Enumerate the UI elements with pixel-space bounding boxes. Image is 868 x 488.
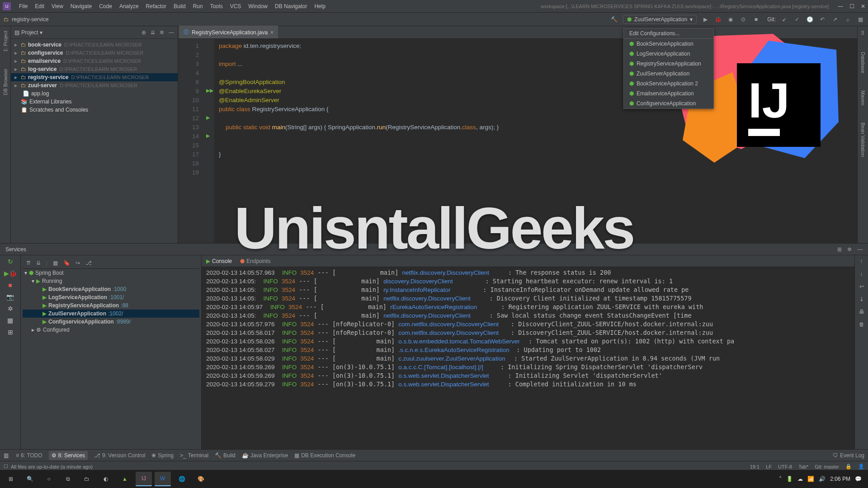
- event-log-button[interactable]: 🗨Event Log: [833, 452, 864, 459]
- project-item[interactable]: ▸🗀log-serviceD:\PRACTICE\LEARN MICROSER: [11, 65, 178, 73]
- chevron-down-icon[interactable]: ▾: [40, 29, 42, 36]
- bottom-tab[interactable]: ▦DB Execution Console: [294, 451, 355, 460]
- tool-tab-project[interactable]: 1: Project: [2, 29, 9, 53]
- tool-tab-beanvalidation[interactable]: Bean Validation: [859, 121, 867, 159]
- intellij-taskbar-icon[interactable]: IJ: [136, 472, 152, 486]
- project-item[interactable]: ▸🗀registry-serviceD:\PRACTICE\LEARN MICR…: [11, 73, 178, 81]
- gear-icon[interactable]: ✲: [847, 246, 852, 253]
- run-option[interactable]: ⬢ ConfigserviceApplication: [624, 99, 713, 108]
- menu-run[interactable]: Run: [189, 3, 207, 9]
- print-icon[interactable]: 🖶: [859, 309, 864, 315]
- encoding[interactable]: UTF-8: [778, 464, 792, 469]
- tool-window-icon[interactable]: ▥: [4, 452, 9, 459]
- service-app[interactable]: ▶ ConfigserviceApplication :8989/: [23, 318, 199, 326]
- run-option[interactable]: ⬢ ZuulServerApplication: [624, 69, 713, 79]
- notifications-icon[interactable]: 💬: [855, 476, 862, 482]
- tool-tab-database[interactable]: Database: [859, 50, 867, 75]
- clear-icon[interactable]: 🗑: [859, 321, 864, 328]
- share-icon[interactable]: ↪: [75, 260, 80, 266]
- app-icon[interactable]: ◐: [98, 472, 114, 486]
- project-item[interactable]: ▸🗀zuul-serverD:\PRACTICE\LEARN MICROSER: [11, 81, 178, 89]
- branch-icon[interactable]: ⎇: [85, 260, 92, 266]
- caret-position[interactable]: 19:1: [750, 464, 760, 469]
- service-app[interactable]: ▶ LogServiceApplication :1001/: [23, 293, 199, 301]
- menu-window[interactable]: Window: [245, 3, 271, 9]
- coverage-icon[interactable]: ◉: [726, 15, 735, 23]
- app-icon[interactable]: 🎨: [193, 472, 209, 486]
- code-area[interactable]: package id.ten.registryservice; import .…: [214, 39, 857, 243]
- run-option[interactable]: ⬢ BookServiceApplication 2: [624, 79, 713, 89]
- services-root[interactable]: ▾⬢Spring Boot: [23, 269, 199, 277]
- menu-analyze[interactable]: Analyze: [116, 3, 142, 9]
- collapse-all-icon[interactable]: ⇊: [36, 260, 41, 266]
- close-tab-icon[interactable]: ×: [270, 29, 274, 36]
- clock[interactable]: 2:06 PM: [830, 476, 850, 482]
- search-everywhere-icon[interactable]: ⌕: [844, 15, 852, 23]
- project-item[interactable]: ▸🗀book-serviceD:\PRACTICE\LEARN MICROSER: [11, 41, 178, 49]
- revert-icon[interactable]: ↶: [818, 15, 826, 23]
- edit-configurations[interactable]: Edit Configurations...: [624, 28, 713, 39]
- git-branch[interactable]: Git: master: [815, 464, 839, 469]
- start-button[interactable]: ⊞: [3, 472, 19, 486]
- profile-icon[interactable]: ⊙: [739, 15, 747, 23]
- run-icon[interactable]: ▶🐞: [4, 270, 17, 277]
- hide-icon[interactable]: —: [857, 246, 863, 253]
- chrome-icon[interactable]: 🌐: [174, 472, 190, 486]
- cortana-icon[interactable]: ○: [41, 472, 57, 486]
- menu-refactor[interactable]: Refactor: [142, 3, 170, 9]
- expand-all-icon[interactable]: ⇈: [26, 260, 31, 266]
- rerun-icon[interactable]: ↻: [8, 258, 13, 265]
- menu-view[interactable]: View: [48, 3, 67, 9]
- bottom-tab[interactable]: 🔨Build: [215, 451, 236, 460]
- project-item[interactable]: 📋Scratches and Consoles: [11, 106, 178, 114]
- run-option[interactable]: ⬢ EmailserviceApplication: [624, 89, 713, 99]
- minimize-icon[interactable]: —: [838, 3, 843, 9]
- tool-tab-dbbrowser[interactable]: DB Browser: [2, 67, 9, 97]
- hide-icon[interactable]: —: [169, 29, 174, 36]
- service-app[interactable]: ▶ ZuulServerApplication :1002/: [23, 310, 199, 318]
- project-item[interactable]: 📄app.log: [11, 89, 178, 98]
- locate-icon[interactable]: ⊕: [142, 29, 146, 36]
- ide-settings-icon[interactable]: ▦: [856, 15, 864, 23]
- services-configured[interactable]: ▸⚙Configured: [23, 326, 199, 334]
- camera-icon[interactable]: 📷: [6, 293, 14, 300]
- service-app[interactable]: ▶ BookServiceApplication :1000: [23, 285, 199, 293]
- bottom-tab[interactable]: ❀Spring: [151, 451, 174, 460]
- tab-endpoints[interactable]: ⬣Endpoints: [240, 258, 270, 264]
- tag-icon[interactable]: 🔖: [63, 260, 70, 266]
- menu-edit[interactable]: Edit: [31, 3, 48, 9]
- push-icon[interactable]: ↗: [831, 15, 839, 23]
- project-item[interactable]: ▸🗀configserviceD:\PRACTICE\LEARN MICROSE…: [11, 49, 178, 57]
- layout-icon[interactable]: ▦: [7, 317, 13, 324]
- services-running[interactable]: ▾▶Running: [23, 277, 199, 285]
- layout-icon[interactable]: ⊞: [837, 246, 842, 253]
- menu-db-navigator[interactable]: DB Navigator: [271, 3, 311, 9]
- collapse-icon[interactable]: ⇊: [151, 29, 155, 36]
- wifi-icon[interactable]: 📶: [807, 476, 814, 482]
- debug-icon[interactable]: 🐞: [714, 15, 722, 23]
- run-marker-icon[interactable]: ▶▶: [206, 88, 213, 94]
- run-option[interactable]: ⬢ LogServiceApplication: [624, 49, 713, 59]
- up-icon[interactable]: ↑: [860, 258, 863, 264]
- inspector-icon[interactable]: 👤: [858, 464, 864, 469]
- tab-console[interactable]: ▶Console: [206, 258, 232, 264]
- line-separator[interactable]: LF: [766, 464, 772, 469]
- menu-tools[interactable]: Tools: [207, 3, 226, 9]
- bottom-tab[interactable]: ☕Java Enterprise: [242, 451, 288, 460]
- run-option[interactable]: ⬢ BookServiceApplication: [624, 39, 713, 49]
- stop-icon[interactable]: ■: [752, 15, 760, 23]
- gear-icon[interactable]: ✲: [160, 29, 164, 36]
- services-tree[interactable]: ⇈ ⇊ | ▦ 🔖 ↪ ⎇ ▾⬢Spring Boot ▾▶Running ▶ …: [21, 255, 202, 449]
- editor-tab[interactable]: Ⓒ RegistryServiceApplication.java ×: [179, 26, 278, 38]
- task-view-icon[interactable]: ⧉: [60, 472, 76, 486]
- history-icon[interactable]: 🕘: [806, 15, 814, 23]
- project-item[interactable]: 📚External Libraries: [11, 98, 178, 106]
- word-icon[interactable]: W: [155, 472, 171, 486]
- menu-code[interactable]: Code: [95, 3, 116, 9]
- run-marker-icon[interactable]: ▶: [206, 115, 210, 121]
- scroll-icon[interactable]: ⤓: [859, 296, 864, 302]
- menu-help[interactable]: Help: [311, 3, 329, 9]
- search-icon[interactable]: 🔍: [22, 472, 38, 486]
- run-option[interactable]: ⬢ RegistryServiceApplication: [624, 59, 713, 69]
- menu-navigate[interactable]: Navigate: [67, 3, 95, 9]
